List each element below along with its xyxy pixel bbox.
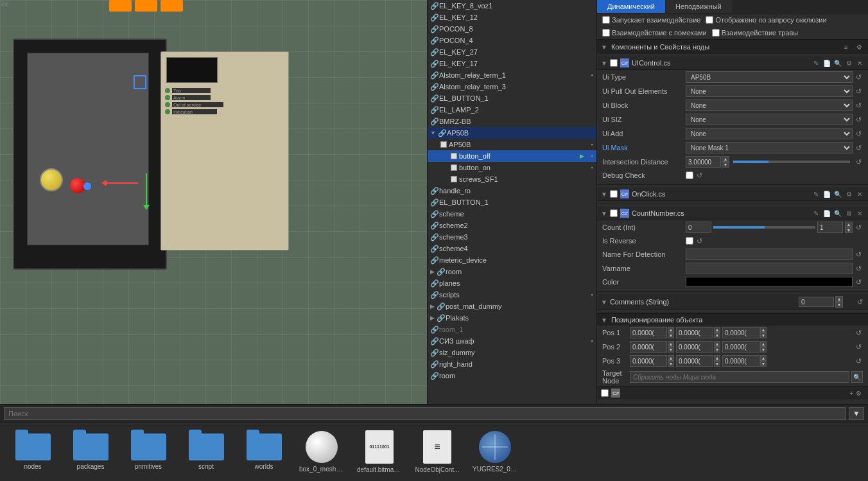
file-item-packages[interactable]: packages [68,433,113,470]
hierarchy-item[interactable]: 🔗 scripts ▪ [428,289,596,301]
hierarchy-item[interactable]: 🔗 EL_KEY_27 [428,46,596,58]
pos-decrement-arrow[interactable]: ▼ [760,347,767,353]
pos-increment-arrow[interactable]: ▲ [760,341,767,347]
section-components-header[interactable]: ▼ Компоненты и Свойства ноды ≡ ⚙ [597,39,868,54]
comp-countnumber-header[interactable]: ▼ C# CountNumber.cs ✎ 📄 🔍 ⚙ ✕ [597,207,868,220]
edit-icon[interactable]: ✎ [812,189,820,198]
hierarchy-item[interactable]: 🔗 EL_KEY_17 [428,58,596,69]
decrement-arrow[interactable]: ▼ [835,302,843,308]
pos3-y-input[interactable] [676,355,713,367]
reset-btn[interactable]: ↺ [854,250,863,259]
hierarchy-item[interactable]: 🔗 scheme2 [428,220,596,231]
pos-increment-arrow[interactable]: ▲ [668,341,674,347]
search-icon[interactable]: 🔍 [833,189,842,198]
pos1-x-input[interactable] [630,327,667,338]
section-settings-icon[interactable]: ⚙ [854,42,864,52]
ui-type-select[interactable]: AP50B [686,71,853,83]
file-item-sphere[interactable]: box_0_mesh_b... [299,431,344,473]
reset-btn[interactable]: ↺ [854,129,863,138]
pos-increment-arrow[interactable]: ▲ [668,355,674,361]
pos2-z-input[interactable] [722,341,759,353]
pos3-x-input[interactable] [630,355,667,367]
reset-btn[interactable]: ↺ [855,297,864,306]
hierarchy-item[interactable]: 🔗 EL_KEY_12 [428,12,596,23]
tab-static[interactable]: Неподвижный [665,0,732,13]
hierarchy-item[interactable]: 🔗 СИЗ шкаф ▪ [428,335,596,347]
trigger-interaction-checkbox[interactable] [602,16,610,24]
file-item-nodes[interactable]: nodes [10,433,55,470]
bottom-add-icon[interactable]: + [849,390,853,397]
pos1-y-input[interactable] [676,327,713,338]
settings-icon[interactable]: ⚙ [844,189,853,198]
reset-btn[interactable]: ↺ [854,223,863,232]
pos-increment-arrow[interactable]: ▲ [714,327,720,333]
decrement-arrow[interactable]: ▼ [845,227,853,233]
target-node-search-icon[interactable]: 🔍 [851,371,863,383]
pos-decrement-arrow[interactable]: ▼ [760,333,767,338]
hierarchy-item[interactable]: 🔗 room_1 [428,324,596,335]
ui-pullout-select[interactable]: None [686,85,853,97]
file-item-yugres[interactable]: YUGRES2_0.w... [473,431,517,473]
reset-btn[interactable]: ↺ [695,236,704,245]
ui-add-select[interactable]: None [686,128,853,139]
hierarchy-item-button-off[interactable]: button_off ▶ ▪ [428,150,596,162]
hierarchy-item[interactable]: ▶ 🔗 room [428,266,596,277]
hierarchy-item[interactable]: 🔗 meteric_device [428,254,596,266]
comp-onclick-header[interactable]: ▼ C# OnClick.cs ✎ 📄 🔍 ⚙ ✕ [597,188,868,201]
ui-mask-select[interactable]: None Mask 1 [686,142,853,153]
hierarchy-item[interactable]: 🔗 Alstom_relay_term_3 [428,81,596,92]
comp-comments-header[interactable]: ▼ Comments (String) ▲ ▼ ↺ [597,294,868,310]
hierarchy-item[interactable]: ▶ 🔗 Plakats [428,312,596,324]
edit-icon[interactable]: ✎ [812,209,820,218]
hierarchy-item[interactable]: 🔗 Alstom_relay_term_1 ▪ [428,69,596,81]
reset-btn[interactable]: ↺ [854,328,863,337]
pos-increment-arrow[interactable]: ▲ [760,327,767,333]
count-slider[interactable] [713,226,815,229]
hierarchy-item[interactable]: button_on ▪ [428,162,596,173]
settings-icon[interactable]: ⚙ [844,209,853,218]
pos-decrement-arrow[interactable]: ▼ [714,361,720,367]
grass-interaction-checkbox[interactable] [712,29,720,37]
hierarchy-item[interactable]: 🔗 BMRZ-BB [428,116,596,127]
position-section-header[interactable]: ▼ Позиционирование объекта [597,313,868,326]
debug-check-checkbox[interactable] [686,171,693,179]
reset-btn[interactable]: ↺ [854,143,863,152]
close-icon[interactable]: ✕ [855,209,864,218]
count-value-input[interactable] [817,222,843,233]
reset-btn[interactable]: ↺ [854,264,863,273]
hierarchy-item[interactable]: 🔗 room [428,370,596,381]
hierarchy-item[interactable]: AP50B ▪ [428,139,596,150]
reset-btn[interactable]: ↺ [695,171,704,180]
hierarchy-item[interactable]: ▼ 🔗 AP50B [428,127,596,139]
file-icon[interactable]: 📄 [822,189,831,198]
pos-decrement-arrow[interactable]: ▼ [760,361,767,367]
comments-count-input[interactable] [799,297,834,307]
reset-btn[interactable]: ↺ [854,277,863,286]
color-swatch[interactable] [686,277,853,287]
hierarchy-item[interactable]: 🔗 planes [428,277,596,289]
section-list-icon[interactable]: ≡ [841,42,851,52]
filter-button[interactable]: ▼ [849,407,864,420]
pos-decrement-arrow[interactable]: ▼ [668,347,674,353]
pos-decrement-arrow[interactable]: ▼ [714,347,720,353]
file-item-primitives[interactable]: primitives [126,433,171,470]
decrement-arrow[interactable]: ▼ [722,162,729,168]
hierarchy-item[interactable]: 🔗 scheme4 [428,243,596,254]
ui-siz-select[interactable]: None [686,114,853,125]
reset-btn[interactable]: ↺ [854,101,863,110]
pos-increment-arrow[interactable]: ▲ [668,327,674,333]
increment-arrow[interactable]: ▲ [845,222,853,227]
bottom-checkbox[interactable] [601,389,609,397]
pos1-z-input[interactable] [722,327,759,338]
count-min-input[interactable] [686,222,711,233]
hierarchy-item[interactable]: 🔗 EL_KEY_8_voz1 [428,0,596,12]
pos-decrement-arrow[interactable]: ▼ [668,333,674,338]
pos2-x-input[interactable] [630,341,667,353]
hierarchy-item[interactable]: screws_SF1 [428,173,596,185]
render-on-request-checkbox[interactable] [706,16,713,24]
increment-arrow[interactable]: ▲ [835,296,843,302]
hierarchy-item[interactable]: ▶ 🔗 post_mat_dummy [428,301,596,312]
increment-arrow[interactable]: ▲ [722,156,729,162]
bottom-settings-icon[interactable]: ⚙ [856,390,862,397]
hierarchy-item[interactable]: 🔗 scheme3 [428,231,596,243]
